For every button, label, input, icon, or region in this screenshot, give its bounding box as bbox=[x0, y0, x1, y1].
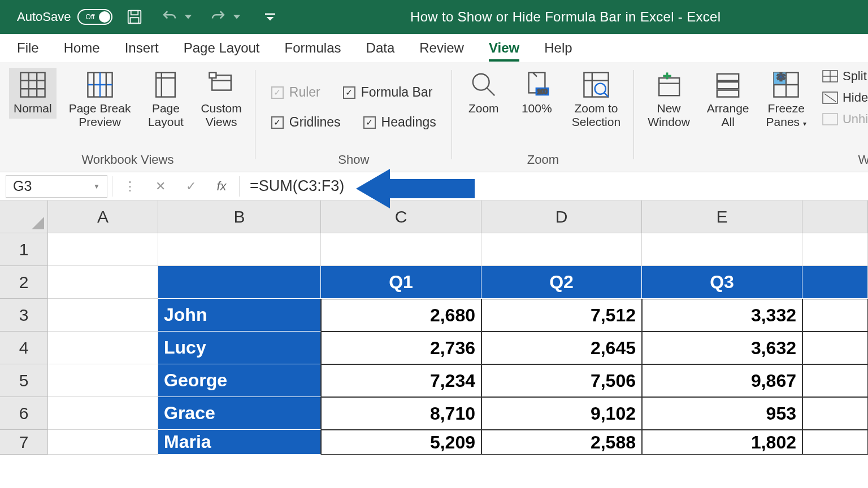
cell[interactable] bbox=[802, 233, 868, 266]
cell-value[interactable]: 8,710 bbox=[321, 397, 481, 430]
undo-icon[interactable] bbox=[160, 7, 179, 27]
autosave-toggle[interactable]: AutoSave Off bbox=[17, 9, 112, 25]
row-header[interactable]: 5 bbox=[0, 364, 48, 397]
save-icon[interactable] bbox=[125, 7, 144, 27]
col-header-d[interactable]: D bbox=[481, 201, 642, 233]
cell-value[interactable]: 5,209 bbox=[321, 430, 481, 455]
col-header-f[interactable] bbox=[802, 201, 868, 233]
zoom-button[interactable]: Zoom bbox=[461, 68, 506, 119]
cell[interactable] bbox=[802, 430, 868, 455]
tab-data[interactable]: Data bbox=[366, 36, 395, 60]
ruler-label: Ruler bbox=[289, 85, 320, 100]
cell[interactable] bbox=[48, 430, 158, 455]
col-header-e[interactable]: E bbox=[642, 201, 802, 233]
cell-value[interactable]: 7,506 bbox=[481, 364, 642, 397]
cell[interactable] bbox=[802, 397, 868, 430]
row-header[interactable]: 4 bbox=[0, 332, 48, 364]
tab-page-layout[interactable]: Page Layout bbox=[184, 36, 260, 60]
cell[interactable] bbox=[802, 299, 868, 332]
cell[interactable] bbox=[48, 233, 158, 266]
cell[interactable] bbox=[802, 364, 868, 397]
cell-value[interactable]: 1,802 bbox=[642, 430, 802, 455]
cell-value[interactable]: 2,645 bbox=[481, 332, 642, 364]
zoom-100-button[interactable]: 100 100% bbox=[514, 68, 559, 119]
cell[interactable] bbox=[48, 364, 158, 397]
tab-file[interactable]: File bbox=[17, 36, 39, 60]
row-header[interactable]: 6 bbox=[0, 397, 48, 430]
undo-dropdown-icon[interactable] bbox=[184, 7, 193, 27]
tab-insert[interactable]: Insert bbox=[125, 36, 159, 60]
cell-name[interactable]: Maria bbox=[158, 430, 321, 455]
cell-header[interactable]: Q3 bbox=[642, 266, 802, 299]
tab-formulas[interactable]: Formulas bbox=[285, 36, 341, 60]
cell-value[interactable]: 9,867 bbox=[642, 364, 802, 397]
cell-header[interactable]: Q2 bbox=[481, 266, 642, 299]
tab-review[interactable]: Review bbox=[419, 36, 464, 60]
tab-view[interactable]: View bbox=[489, 36, 519, 60]
normal-label: Normal bbox=[14, 102, 52, 115]
spreadsheet-grid[interactable]: A B C D E 1 2 Q1 Q2 Q3 3 John 2,680 7,51… bbox=[0, 201, 868, 455]
cell-value[interactable]: 953 bbox=[642, 397, 802, 430]
formula-bar-checkbox[interactable]: ✓ Formula Bar bbox=[343, 82, 433, 102]
normal-button[interactable]: Normal bbox=[9, 68, 57, 119]
cell-value[interactable]: 2,588 bbox=[481, 430, 642, 455]
new-window-button[interactable]: New Window bbox=[643, 68, 695, 132]
svg-rect-34 bbox=[717, 74, 739, 81]
hide-button[interactable]: Hide bbox=[822, 89, 868, 106]
col-header-a[interactable]: A bbox=[48, 201, 158, 233]
cell-name[interactable]: John bbox=[158, 299, 321, 332]
cell[interactable] bbox=[48, 332, 158, 364]
cell[interactable] bbox=[48, 266, 158, 299]
row-header[interactable]: 2 bbox=[0, 266, 48, 299]
cell-value[interactable]: 2,680 bbox=[321, 299, 481, 332]
cancel-formula-icon[interactable]: ✕ bbox=[147, 175, 173, 198]
split-button[interactable]: Split bbox=[822, 68, 868, 85]
gridlines-checkbox[interactable]: ✓ Gridlines bbox=[271, 112, 341, 132]
tab-help[interactable]: Help bbox=[544, 36, 572, 60]
cell[interactable] bbox=[802, 266, 868, 299]
row-header[interactable]: 1 bbox=[0, 233, 48, 266]
freeze-panes-button[interactable]: ✱ Freeze Panes ▾ bbox=[762, 68, 811, 132]
redo-dropdown-icon[interactable] bbox=[232, 7, 241, 27]
fx-icon[interactable]: fx bbox=[209, 175, 235, 198]
cell[interactable] bbox=[158, 233, 321, 266]
cell-name[interactable]: George bbox=[158, 364, 321, 397]
custom-views-button[interactable]: Custom Views bbox=[196, 68, 246, 132]
select-all-corner[interactable] bbox=[0, 201, 48, 233]
formula-input[interactable]: =SUM(C3:F3) bbox=[244, 177, 862, 195]
cell-value[interactable]: 3,632 bbox=[642, 332, 802, 364]
svg-text:✱: ✱ bbox=[776, 71, 785, 83]
cell[interactable] bbox=[802, 332, 868, 364]
col-header-b[interactable]: B bbox=[158, 201, 321, 233]
cell-value[interactable]: 7,234 bbox=[321, 364, 481, 397]
tab-home[interactable]: Home bbox=[64, 36, 100, 60]
headings-checkbox[interactable]: ✓ Headings bbox=[363, 112, 436, 132]
cell[interactable] bbox=[48, 299, 158, 332]
toggle-switch[interactable]: Off bbox=[77, 9, 112, 25]
row-header[interactable]: 7 bbox=[0, 430, 48, 455]
enter-formula-icon[interactable]: ✓ bbox=[178, 175, 204, 198]
page-break-preview-button[interactable]: Page Break Preview bbox=[64, 68, 136, 132]
row-header[interactable]: 3 bbox=[0, 299, 48, 332]
redo-icon[interactable] bbox=[209, 7, 228, 27]
cell-name[interactable]: Lucy bbox=[158, 332, 321, 364]
cell-header[interactable]: Q1 bbox=[321, 266, 481, 299]
cell-name[interactable]: Grace bbox=[158, 397, 321, 430]
chevron-down-icon[interactable]: ▼ bbox=[93, 182, 100, 190]
cell[interactable] bbox=[48, 397, 158, 430]
cell-header[interactable] bbox=[158, 266, 321, 299]
cell-value[interactable]: 3,332 bbox=[642, 299, 802, 332]
cell[interactable] bbox=[321, 233, 481, 266]
cell[interactable] bbox=[481, 233, 642, 266]
cell-value[interactable]: 9,102 bbox=[481, 397, 642, 430]
toggle-knob bbox=[99, 11, 110, 23]
cell-value[interactable]: 2,736 bbox=[321, 332, 481, 364]
dotted-handle-icon[interactable]: ⋮ bbox=[117, 175, 143, 198]
cell-value[interactable]: 7,512 bbox=[481, 299, 642, 332]
page-layout-button[interactable]: Page Layout bbox=[143, 68, 188, 132]
zoom-selection-button[interactable]: Zoom to Selection bbox=[567, 68, 625, 132]
customize-qat-icon[interactable] bbox=[261, 7, 280, 27]
cell[interactable] bbox=[642, 233, 802, 266]
arrange-all-button[interactable]: Arrange All bbox=[702, 68, 754, 132]
name-box[interactable]: G3 ▼ bbox=[6, 175, 107, 198]
